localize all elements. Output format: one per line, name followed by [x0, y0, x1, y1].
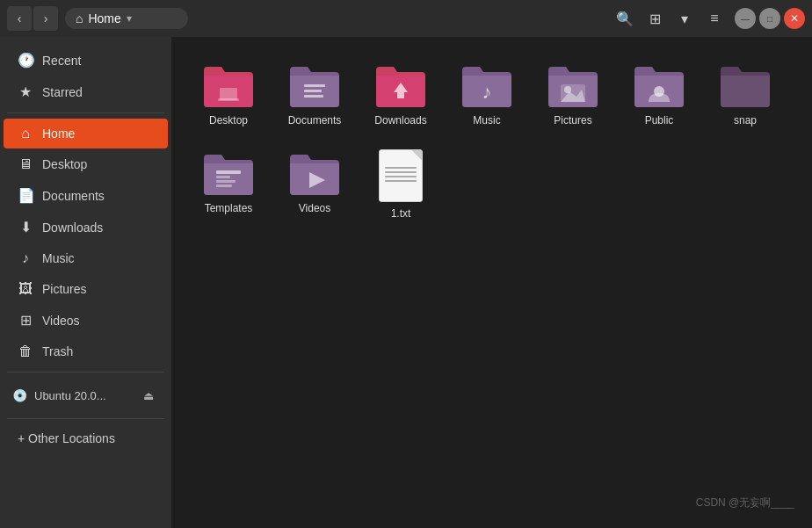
close-icon: ✕	[790, 12, 799, 25]
recent-icon: 🕐	[18, 52, 33, 69]
file-label-documents: Documents	[288, 114, 342, 128]
search-icon: 🔍	[616, 11, 634, 27]
home-icon: ⌂	[76, 11, 83, 25]
folder-icon-desktop	[200, 61, 257, 109]
eject-button[interactable]: ⏏	[138, 385, 159, 406]
sidebar-item-ubuntu[interactable]: 💿 Ubuntu 20.0... ⏏	[4, 378, 168, 413]
sidebar: 🕐 Recent ★ Starred ⌂ Home 🖥 Desktop 📄 Do…	[0, 37, 171, 528]
sidebar-item-home[interactable]: ⌂ Home	[4, 119, 168, 148]
folder-icon-videos	[286, 149, 343, 197]
file-label-1txt: 1.txt	[391, 207, 411, 221]
folder-icon-downloads	[373, 61, 429, 109]
file-label-templates: Templates	[205, 202, 253, 216]
file-label-downloads: Downloads	[374, 114, 426, 128]
close-button[interactable]: ✕	[784, 8, 805, 29]
forward-icon: ›	[44, 11, 48, 25]
txt-line-3	[385, 176, 417, 177]
back-button[interactable]: ‹	[7, 6, 32, 31]
svg-rect-11	[216, 170, 241, 174]
file-item-pictures[interactable]: Pictures	[533, 54, 613, 135]
documents-icon: 📄	[18, 187, 33, 204]
sidebar-item-desktop[interactable]: 🖥 Desktop	[4, 149, 168, 179]
view-list-icon: ⊞	[649, 11, 661, 27]
file-item-snap[interactable]: snap	[706, 54, 785, 135]
view-chevron-button[interactable]: ▾	[671, 5, 698, 32]
sidebar-item-music-label: Music	[42, 251, 75, 265]
forward-button[interactable]: ›	[33, 6, 58, 31]
sidebar-item-videos[interactable]: ⊞ Videos	[4, 305, 168, 336]
search-button[interactable]: 🔍	[612, 5, 638, 32]
minimize-icon: —	[741, 14, 750, 24]
trash-icon: 🗑	[18, 344, 33, 359]
sidebar-item-trash-label: Trash	[42, 344, 73, 358]
folder-icon-templates	[200, 149, 257, 197]
sidebar-item-videos-label: Videos	[42, 314, 80, 328]
sidebar-item-pictures-label: Pictures	[42, 282, 87, 296]
file-label-pictures: Pictures	[554, 114, 591, 128]
svg-rect-2	[304, 84, 325, 87]
svg-rect-0	[220, 88, 237, 100]
pictures-icon: 🖼	[18, 281, 33, 297]
sidebar-item-music[interactable]: ♪ Music	[4, 243, 168, 273]
view-mode-button[interactable]: ⊞	[642, 5, 668, 32]
svg-rect-13	[216, 180, 236, 183]
menu-icon: ≡	[710, 11, 718, 26]
view-chevron-icon: ▾	[681, 11, 688, 27]
file-grid: Desktop Documents	[189, 54, 794, 228]
folder-icon-documents	[286, 61, 343, 109]
sidebar-item-downloads-label: Downloads	[42, 221, 103, 235]
starred-icon: ★	[18, 83, 33, 100]
location-chevron-icon: ▾	[127, 12, 132, 25]
file-label-desktop: Desktop	[209, 114, 248, 128]
sidebar-item-starred[interactable]: ★ Starred	[4, 76, 168, 107]
watermark: CSDN @无妄啊____	[696, 495, 794, 510]
svg-rect-4	[304, 95, 323, 98]
sidebar-item-other-locations-label: + Other Locations	[18, 431, 115, 445]
svg-rect-12	[216, 176, 230, 178]
window-controls: — □ ✕	[735, 8, 805, 29]
sidebar-item-downloads[interactable]: ⬇ Downloads	[4, 212, 168, 242]
back-icon: ‹	[18, 11, 22, 25]
sidebar-item-documents-label: Documents	[42, 189, 105, 203]
music-icon: ♪	[18, 250, 33, 266]
ubuntu-label: Ubuntu 20.0...	[34, 389, 131, 402]
menu-button[interactable]: ≡	[701, 5, 728, 32]
txt-lines	[383, 164, 418, 184]
titlebar: ‹ › ⌂ Home ▾ 🔍 ⊞ ▾ ≡ — □ ✕	[0, 0, 812, 37]
sidebar-divider-3	[7, 418, 164, 419]
file-area: Desktop Documents	[171, 37, 812, 528]
folder-icon-public	[631, 61, 687, 109]
location-label: Home	[88, 11, 120, 25]
file-item-documents[interactable]: Documents	[275, 54, 354, 135]
sidebar-item-pictures[interactable]: 🖼 Pictures	[4, 274, 168, 304]
location-bar[interactable]: ⌂ Home ▾	[65, 8, 188, 29]
sidebar-item-trash[interactable]: 🗑 Trash	[4, 336, 168, 366]
folder-icon-pictures	[545, 61, 601, 109]
ubuntu-disk-icon: 💿	[12, 388, 27, 402]
sidebar-item-recent[interactable]: 🕐 Recent	[4, 45, 168, 76]
file-label-music: Music	[473, 114, 500, 128]
svg-rect-14	[216, 184, 232, 187]
file-item-music[interactable]: ♪ Music	[447, 54, 526, 135]
file-label-videos: Videos	[299, 202, 330, 216]
minimize-button[interactable]: —	[735, 8, 756, 29]
file-item-desktop[interactable]: Desktop	[189, 54, 268, 135]
txt-line-4	[385, 180, 417, 182]
sidebar-item-recent-label: Recent	[42, 54, 81, 68]
file-item-1txt[interactable]: 1.txt	[361, 142, 440, 228]
eject-icon: ⏏	[143, 389, 154, 402]
file-item-public[interactable]: Public	[620, 54, 699, 135]
maximize-button[interactable]: □	[759, 8, 780, 29]
nav-buttons: ‹ ›	[7, 6, 58, 31]
sidebar-item-documents[interactable]: 📄 Documents	[4, 180, 168, 211]
sidebar-divider-1	[7, 112, 164, 113]
file-item-videos[interactable]: Videos	[275, 142, 354, 228]
file-item-downloads[interactable]: Downloads	[361, 54, 440, 135]
sidebar-item-home-label: Home	[42, 127, 75, 141]
sidebar-item-starred-label: Starred	[42, 85, 83, 99]
svg-rect-1	[218, 98, 239, 101]
sidebar-item-other-locations[interactable]: + Other Locations	[4, 424, 168, 452]
file-item-templates[interactable]: Templates	[189, 142, 268, 228]
text-file-icon	[379, 149, 423, 202]
svg-rect-3	[304, 90, 322, 92]
